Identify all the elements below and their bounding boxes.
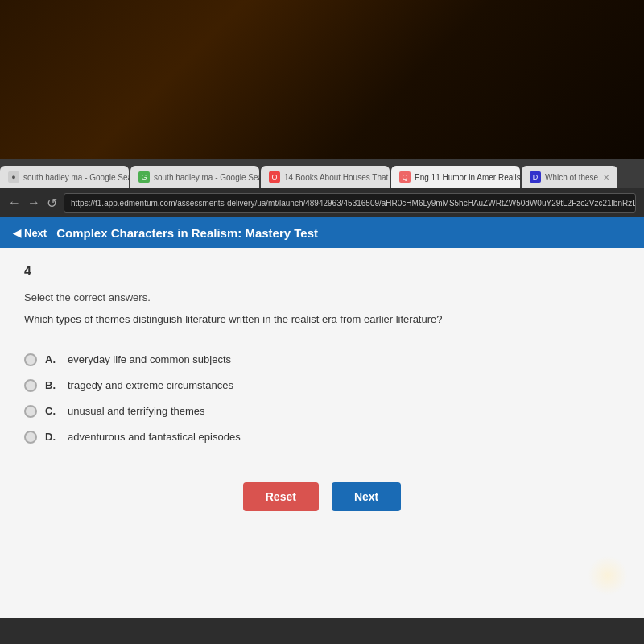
tab-which[interactable]: D Which of these ✕ xyxy=(522,166,617,188)
tab-favicon-realism: ● xyxy=(8,171,19,183)
option-c-radio[interactable] xyxy=(24,405,37,418)
question-number: 4 xyxy=(24,264,620,279)
option-a-text: everyday life and common subjects xyxy=(68,353,231,365)
app-back-button[interactable]: ◀ Next xyxy=(13,227,47,239)
tab-favicon-books: O xyxy=(269,171,280,183)
tab-favicon-which: D xyxy=(530,171,541,183)
option-b-text: tragedy and extreme circumstances xyxy=(68,379,233,391)
tab-label-books: 14 Books About Houses That Ar xyxy=(284,173,390,182)
buttons-row: Reset Next xyxy=(24,474,620,527)
app-header: ◀ Next Complex Characters in Realism: Ma… xyxy=(0,217,644,248)
tab-label-realism: south hadley ma - Google Searc xyxy=(23,173,129,182)
address-bar: ← → ↺ https://f1.app.edmentum.com/assess… xyxy=(0,188,644,217)
options-list: A. everyday life and common subjects B. … xyxy=(24,347,620,450)
question-instruction: Select the correct answers. xyxy=(24,291,620,303)
option-d-letter: D. xyxy=(45,431,60,443)
option-d-radio[interactable] xyxy=(24,431,37,444)
tab-eng11[interactable]: Q Eng 11 Humor in Amer Realism ✕ xyxy=(391,166,520,188)
option-d-text: adventurous and fantastical episodes xyxy=(68,431,241,443)
browser-refresh-button[interactable]: ↺ xyxy=(47,196,57,211)
browser-forward-button[interactable]: → xyxy=(27,196,40,210)
address-text: https://f1.app.edmentum.com/assessments-… xyxy=(71,199,636,208)
tab-realism[interactable]: ● south hadley ma - Google Searc ✕ xyxy=(0,166,129,188)
back-label: Next xyxy=(24,227,47,239)
corner-light xyxy=(588,555,628,596)
browser-tab-bar: ● south hadley ma - Google Searc ✕ G sou… xyxy=(0,159,644,188)
browser-back-button[interactable]: ← xyxy=(8,196,21,210)
option-a-radio[interactable] xyxy=(24,353,37,366)
question-text: Which types of themes distinguish litera… xyxy=(24,312,620,328)
tab-label-eng11: Eng 11 Humor in Amer Realism xyxy=(415,173,520,182)
tab-books[interactable]: O 14 Books About Houses That Ar ✕ xyxy=(261,166,390,188)
tab-favicon-google: G xyxy=(138,171,150,183)
option-a[interactable]: A. everyday life and common subjects xyxy=(24,347,620,373)
next-button[interactable]: Next xyxy=(332,482,401,511)
tab-google[interactable]: G south hadley ma - Google Searc ✕ xyxy=(130,166,259,188)
tab-close-which[interactable]: ✕ xyxy=(603,173,609,182)
room-background xyxy=(0,0,644,177)
option-c[interactable]: C. unusual and terrifying themes xyxy=(24,398,620,424)
content-area: 4 Select the correct answers. Which type… xyxy=(0,248,644,618)
option-b-letter: B. xyxy=(45,379,60,391)
option-a-letter: A. xyxy=(45,353,60,365)
address-input[interactable]: https://f1.app.edmentum.com/assessments-… xyxy=(64,193,636,213)
option-c-letter: C. xyxy=(45,405,60,417)
tab-label-which: Which of these xyxy=(545,173,598,182)
option-d[interactable]: D. adventurous and fantastical episodes xyxy=(24,424,620,450)
option-b[interactable]: B. tragedy and extreme circumstances xyxy=(24,373,620,398)
option-c-text: unusual and terrifying themes xyxy=(68,405,205,417)
tab-label-google: south hadley ma - Google Searc xyxy=(154,173,259,182)
reset-button[interactable]: Reset xyxy=(243,482,319,511)
tab-favicon-eng11: Q xyxy=(399,171,411,183)
app-title: Complex Characters in Realism: Mastery T… xyxy=(56,226,318,240)
back-icon: ◀ xyxy=(13,227,21,239)
option-b-radio[interactable] xyxy=(24,379,37,392)
